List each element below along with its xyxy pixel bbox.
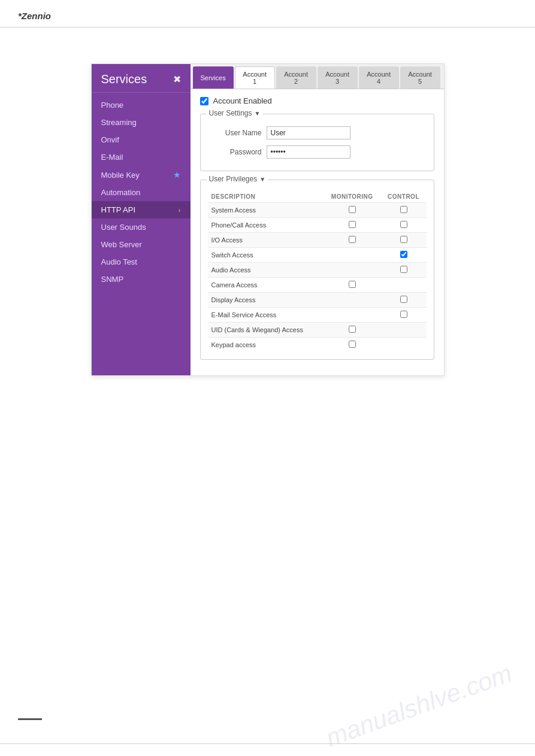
sidebar-item-audiotest-label: Audio Test: [101, 257, 137, 266]
sidebar: Services ✖ Phone Streaming Onvif E-Mail: [92, 64, 191, 375]
table-row: Display Access: [208, 293, 427, 308]
sidebar-item-usersounds[interactable]: User Sounds: [92, 218, 191, 236]
tab-account5[interactable]: Account 5: [400, 66, 440, 89]
user-settings-group: User Settings ▼ User Name Password: [200, 114, 434, 171]
tab-account1[interactable]: Account 1: [235, 66, 275, 89]
control-checkbox[interactable]: [400, 266, 407, 273]
sidebar-nav: Phone Streaming Onvif E-Mail Mobile Key …: [92, 93, 191, 288]
user-privileges-title-text: User Privileges: [209, 175, 258, 183]
privilege-monitoring-cell: [324, 338, 381, 353]
sidebar-title-text: Services: [101, 72, 147, 86]
table-row: UID (Cards & Wiegand) Access: [208, 323, 427, 338]
sidebar-item-email-label: E-Mail: [101, 153, 123, 162]
monitoring-checkbox[interactable]: [349, 341, 356, 348]
privilege-monitoring-cell: [324, 293, 381, 308]
privilege-control-cell: [381, 248, 427, 263]
password-input[interactable]: [267, 145, 350, 159]
privileges-table: DESCRIPTION MONITORING CONTROL System Ac…: [208, 191, 427, 352]
control-checkbox[interactable]: [400, 236, 407, 243]
tab-services[interactable]: Services: [193, 66, 234, 89]
sidebar-item-email[interactable]: E-Mail: [92, 148, 191, 166]
control-checkbox[interactable]: [400, 311, 407, 318]
monitoring-checkbox[interactable]: [349, 281, 356, 288]
col-monitoring: MONITORING: [324, 191, 381, 203]
sidebar-item-phone[interactable]: Phone: [92, 96, 191, 114]
privilege-monitoring-cell: [324, 233, 381, 248]
col-control: CONTROL: [381, 191, 427, 203]
col-description: DESCRIPTION: [208, 191, 324, 203]
sidebar-item-mobilekey-label: Mobile Key: [101, 171, 140, 180]
sidebar-item-phone-label: Phone: [101, 101, 124, 110]
password-row: Password: [208, 145, 427, 159]
sidebar-item-httpapi[interactable]: HTTP API ›: [92, 201, 191, 218]
sidebar-item-audiotest[interactable]: Audio Test: [92, 253, 191, 271]
username-label: User Name: [208, 129, 262, 137]
sidebar-item-mobilekey[interactable]: Mobile Key ★: [92, 166, 191, 184]
sidebar-title: Services ✖: [92, 64, 191, 93]
tab-account4[interactable]: Account 4: [359, 66, 399, 89]
table-row: Camera Access: [208, 278, 427, 293]
user-settings-title: User Settings ▼: [207, 109, 263, 117]
privilege-monitoring-cell: [324, 248, 381, 263]
main-content: Services ✖ Phone Streaming Onvif E-Mail: [0, 28, 535, 400]
sidebar-item-onvif-label: Onvif: [101, 135, 119, 144]
privilege-monitoring-cell: [324, 308, 381, 323]
panel: Services ✖ Phone Streaming Onvif E-Mail: [91, 63, 445, 376]
privilege-description: System Access: [208, 203, 324, 218]
password-label: Password: [208, 148, 262, 156]
control-checkbox[interactable]: [400, 251, 407, 258]
sidebar-item-snmp-label: SNMP: [101, 275, 124, 284]
privilege-description: Phone/Call Access: [208, 218, 324, 233]
privilege-control-cell: [381, 263, 427, 278]
sidebar-item-webserver-label: Web Server: [101, 240, 142, 249]
privilege-monitoring-cell: [324, 263, 381, 278]
header: *Zennio: [0, 0, 535, 28]
table-row: I/O Access: [208, 233, 427, 248]
privilege-description: UID (Cards & Wiegand) Access: [208, 323, 324, 338]
control-checkbox[interactable]: [400, 221, 407, 228]
logo: *Zennio: [18, 11, 51, 21]
tab-account3[interactable]: Account 3: [318, 66, 358, 89]
privilege-control-cell: [381, 338, 427, 353]
monitoring-checkbox[interactable]: [349, 326, 356, 333]
privilege-control-cell: [381, 203, 427, 218]
privileges-dropdown-arrow-icon: ▼: [259, 176, 265, 183]
control-checkbox[interactable]: [400, 206, 407, 213]
tabs-bar: Services Account 1 Account 2 Account 3 A…: [191, 64, 444, 89]
sidebar-item-httpapi-label: HTTP API: [101, 205, 136, 214]
privilege-control-cell: [381, 218, 427, 233]
control-checkbox[interactable]: [400, 296, 407, 303]
sidebar-item-automation-label: Automation: [101, 188, 141, 197]
watermark: manualshlve.com: [322, 659, 516, 753]
sidebar-item-webserver[interactable]: Web Server: [92, 236, 191, 253]
sidebar-item-streaming[interactable]: Streaming: [92, 114, 191, 131]
privilege-monitoring-cell: [324, 278, 381, 293]
page-wrapper: *Zennio Services ✖ Phone Streaming: [0, 0, 535, 756]
content-area: Account Enabled User Settings ▼ User Nam…: [191, 89, 444, 375]
tab-account2[interactable]: Account 2: [276, 66, 316, 89]
table-row: Audio Access: [208, 263, 427, 278]
account-enabled-checkbox[interactable]: [200, 97, 208, 105]
right-panel: Services Account 1 Account 2 Account 3 A…: [191, 64, 444, 375]
user-privileges-title: User Privileges ▼: [207, 175, 268, 183]
privilege-control-cell: [381, 233, 427, 248]
privilege-monitoring-cell: [324, 203, 381, 218]
username-input[interactable]: [267, 126, 350, 139]
sidebar-item-automation[interactable]: Automation: [92, 184, 191, 201]
table-row: E-Mail Service Access: [208, 308, 427, 323]
dropdown-arrow-icon: ▼: [255, 110, 261, 117]
monitoring-checkbox[interactable]: [349, 221, 356, 228]
privilege-description: Camera Access: [208, 278, 324, 293]
user-settings-title-text: User Settings: [209, 109, 252, 117]
monitoring-checkbox[interactable]: [349, 236, 356, 243]
sidebar-item-snmp[interactable]: SNMP: [92, 271, 191, 288]
privilege-description: Switch Access: [208, 248, 324, 263]
privilege-monitoring-cell: [324, 323, 381, 338]
sidebar-item-onvif[interactable]: Onvif: [92, 131, 191, 148]
table-row: Keypad access: [208, 338, 427, 353]
privilege-description: Display Access: [208, 293, 324, 308]
privilege-control-cell: [381, 278, 427, 293]
privilege-description: Keypad access: [208, 338, 324, 353]
sidebar-item-usersounds-label: User Sounds: [101, 223, 146, 232]
monitoring-checkbox[interactable]: [349, 206, 356, 213]
